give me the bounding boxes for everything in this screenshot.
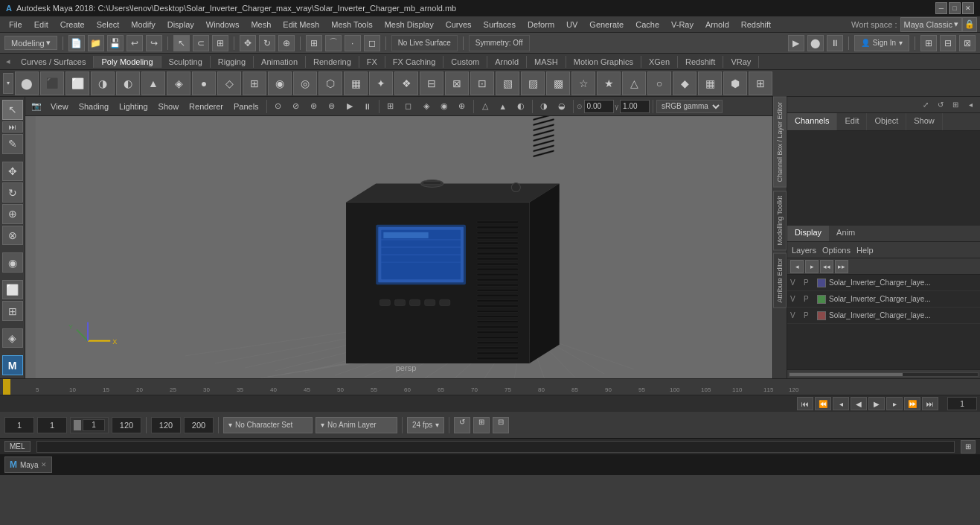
shelf-tab-rigging[interactable]: Rigging [211, 56, 254, 68]
vp-icon-shadow[interactable]: ◐ [513, 98, 529, 115]
mel-label[interactable]: MEL [4, 441, 31, 452]
gamma-input[interactable] [620, 100, 650, 113]
vp-icon-5[interactable]: ▶ [342, 98, 358, 115]
frame-out[interactable] [184, 417, 214, 433]
prev-key[interactable]: ⏪ [815, 397, 831, 410]
shelf-icon-3[interactable]: ⬜ [65, 71, 89, 95]
menu-redshift[interactable]: Redshift [735, 19, 777, 31]
shelf-tab-redshift[interactable]: Redshift [678, 56, 723, 68]
channel-tab-show[interactable]: Show [906, 113, 943, 130]
options-label[interactable]: Options [822, 246, 851, 255]
snap-surface-icon[interactable]: ◻ [364, 35, 380, 51]
save-icon[interactable]: 💾 [107, 35, 124, 51]
shelf-icon-29[interactable]: ⬢ [723, 71, 747, 95]
frame-end[interactable] [151, 417, 181, 433]
tl-frame-indicator[interactable] [3, 379, 10, 395]
vp-icon-grid[interactable]: ⊞ [382, 98, 399, 115]
play-back[interactable]: ◀ [851, 397, 867, 410]
workspace-dropdown[interactable]: Maya Classic ▾ [900, 17, 962, 32]
menu-arnold[interactable]: Arnold [699, 19, 735, 31]
layer-row-3[interactable]: V P Solar_Inverter_Charger_laye... [787, 308, 980, 324]
vp-icon-7[interactable]: ◻ [400, 98, 417, 115]
shelf-icon-28[interactable]: ▦ [698, 71, 722, 95]
shelf-icon-22[interactable]: ▩ [546, 71, 570, 95]
channel-tab-channels[interactable]: Channels [787, 113, 837, 130]
shelf-tab-rendering[interactable]: Rendering [306, 56, 359, 68]
shelf-tab-animation[interactable]: Animation [254, 56, 306, 68]
layout-icon-1[interactable]: ⊞ [920, 35, 937, 51]
layout-icon-2[interactable]: ⊟ [940, 35, 956, 51]
shelf-tab-curves[interactable]: Curves / Surfaces [13, 56, 94, 68]
snap-point-icon[interactable]: · [345, 35, 361, 51]
shelf-tab-fx[interactable]: FX [359, 56, 385, 68]
menu-mesh-tools[interactable]: Mesh Tools [325, 19, 378, 31]
shelf-tab-motion[interactable]: Motion Graphics [566, 56, 641, 68]
vp-icon-aa[interactable]: ◒ [554, 98, 570, 115]
lock-icon[interactable]: 🔒 [962, 17, 977, 32]
char-options-button[interactable]: ⊟ [493, 417, 509, 433]
menu-vray[interactable]: V-Ray [665, 19, 699, 31]
new-file-icon[interactable]: 📄 [68, 35, 85, 51]
shelf-icon-1[interactable]: ⬤ [15, 71, 39, 95]
shelf-tab-mash[interactable]: MASH [527, 56, 566, 68]
universal-manip-tool[interactable]: ⊗ [2, 226, 23, 246]
quick-sel-tool[interactable]: ⊞ [2, 301, 23, 321]
isolate-select[interactable]: ◈ [2, 328, 23, 349]
exposure-input[interactable] [584, 100, 614, 113]
next-frame[interactable]: ▸ [886, 397, 903, 410]
shelf-icon-27[interactable]: ◆ [673, 71, 696, 95]
channel-tab-object[interactable]: Object [867, 113, 906, 130]
shelf-tab-poly[interactable]: Poly Modeling [94, 56, 161, 68]
vp-icon-10[interactable]: ⊕ [454, 98, 470, 115]
lasso-tool[interactable]: ⏭ [2, 121, 23, 133]
redo-icon[interactable]: ↪ [146, 35, 162, 51]
open-file-icon[interactable]: 📁 [88, 35, 104, 51]
layer-nav-next2[interactable]: ▸▸ [835, 260, 848, 273]
shelf-icon-20[interactable]: ▧ [496, 71, 519, 95]
layer-nav-next[interactable]: ▸ [805, 260, 819, 273]
paint-select-tool[interactable]: ✎ [2, 134, 23, 154]
menu-edit[interactable]: Edit [28, 19, 54, 31]
menu-uv[interactable]: UV [560, 19, 583, 31]
command-input[interactable] [36, 441, 955, 453]
rotate-tool[interactable]: ↻ [2, 182, 23, 203]
display-tab[interactable]: Display [787, 226, 829, 241]
shelf-icon-5[interactable]: ◐ [116, 71, 140, 95]
snap-grid-icon[interactable]: ⊞ [306, 35, 322, 51]
menu-select[interactable]: Select [91, 19, 126, 31]
shelf-icon-30[interactable]: ⊞ [749, 71, 772, 95]
channel-box-tab-vertical[interactable]: Channel Box / Layer Editor [773, 97, 787, 188]
menu-display[interactable]: Display [161, 19, 200, 31]
soft-mod-tool[interactable]: ◉ [2, 252, 23, 273]
pause-icon[interactable]: ⏸ [827, 35, 843, 51]
scale-tool[interactable]: ⊕ [2, 204, 23, 224]
shelf-icon-11[interactable]: ◉ [268, 71, 292, 95]
layers-label[interactable]: Layers [792, 246, 816, 255]
menu-deform[interactable]: Deform [522, 19, 560, 31]
shelf-icon-9[interactable]: ◇ [217, 71, 241, 95]
auto-key-button[interactable]: ↺ [454, 417, 470, 433]
anim-layer-dropdown[interactable]: ▾ No Anim Layer [316, 417, 397, 433]
shelf-icon-7[interactable]: ◈ [167, 71, 190, 95]
shelf-icon-17[interactable]: ⊟ [420, 71, 443, 95]
vp-menu-panels[interactable]: Panels [229, 101, 263, 112]
snap-curve-icon[interactable]: ⌒ [325, 35, 342, 51]
shelf-icon-4[interactable]: ◑ [91, 71, 115, 95]
vp-menu-view[interactable]: View [46, 101, 73, 112]
vp-icon-9[interactable]: ◉ [436, 98, 452, 115]
shelf-icon-2[interactable]: ⬛ [40, 71, 64, 95]
vp-icon-2[interactable]: ⊘ [288, 98, 304, 115]
layer-row-1[interactable]: V P Solar_Inverter_Charger_laye... [787, 275, 980, 291]
vp-icon-11[interactable]: △ [477, 98, 493, 115]
menu-edit-mesh[interactable]: Edit Mesh [277, 19, 325, 31]
close-button[interactable]: ✕ [962, 2, 974, 14]
menu-generate[interactable]: Generate [583, 19, 630, 31]
layers-scrollbar[interactable] [787, 369, 980, 378]
paint-select-icon[interactable]: ⊞ [212, 35, 228, 51]
shelf-tab-arrow[interactable]: ◂ [3, 55, 13, 68]
mode-selector[interactable]: Modeling ▾ [4, 36, 57, 50]
vp-icon-1[interactable]: ⊙ [270, 98, 286, 115]
shelf-icon-23[interactable]: ☆ [571, 71, 595, 95]
move-tool-icon[interactable]: ✥ [240, 35, 256, 51]
go-to-start[interactable]: ⏮ [797, 397, 813, 410]
